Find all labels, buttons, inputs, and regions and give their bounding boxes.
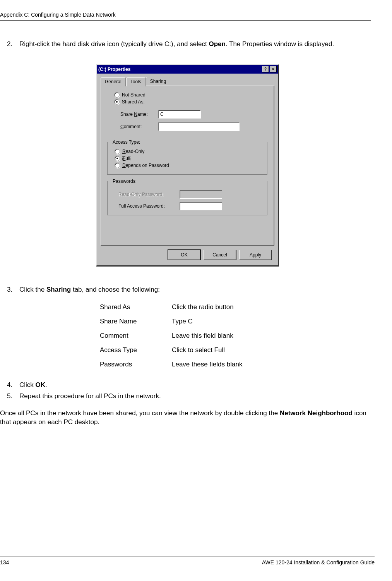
radio-full[interactable] (115, 156, 120, 161)
settings-table: Shared AsClick the radio button Share Na… (97, 300, 306, 372)
step-3-bold: Sharing (46, 286, 71, 293)
step-2-number: 2. (7, 40, 12, 49)
cancel-button[interactable]: Cancel (204, 250, 236, 260)
radio-readonly[interactable] (115, 149, 120, 154)
step-5-text: Repeat this procedure for all PCs in the… (19, 392, 161, 400)
comment-label: Comment: (120, 124, 156, 129)
radio-shared-as-label: Shared As: (122, 99, 145, 105)
page-header: Appendix C: Configuring a Simple Data Ne… (0, 12, 371, 21)
tab-general[interactable]: General (101, 77, 126, 86)
step-4-bold: OK (36, 381, 46, 388)
step-5: 5. Repeat this procedure for all PCs in … (7, 392, 375, 401)
table-row: Share NameType C (97, 315, 306, 329)
comment-input[interactable] (158, 122, 240, 131)
table-row: Shared AsClick the radio button (97, 300, 306, 314)
table-row: PasswordsLeave these fields blank (97, 358, 306, 372)
share-name-input[interactable]: C (158, 110, 201, 119)
tab-sharing[interactable]: Sharing (146, 77, 170, 86)
help-button[interactable]: ? (262, 66, 269, 72)
step-4-number: 4. (7, 381, 12, 390)
dialog-titlebar: (C:) Properties ? × (97, 65, 278, 74)
radio-readonly-label: Read-Only (122, 149, 144, 154)
sharing-panel: Not Shared Shared As: Share Name: C Comm… (101, 86, 274, 245)
access-type-legend: Access Type: (111, 139, 141, 145)
step-4-text-a: Click (19, 381, 36, 388)
full-password-label: Full Access Password: (118, 203, 176, 209)
readonly-password-label: Read-Only Password: (118, 192, 176, 197)
full-password-input[interactable] (180, 202, 222, 210)
page-number: 134 (0, 559, 9, 566)
radio-full-label: Full (122, 156, 130, 161)
table-row: CommentLeave this field blank (97, 329, 306, 343)
step-2-bold: Open (209, 40, 225, 48)
passwords-group: Passwords: Read-Only Password: Full Acce… (107, 179, 267, 215)
radio-depends[interactable] (115, 163, 120, 168)
ok-button[interactable]: OK (168, 250, 200, 260)
apply-button[interactable]: Apply (239, 250, 272, 260)
radio-not-shared-label: Not Shared (122, 92, 146, 98)
step-3: 3. Click the Sharing tab, and choose the… (7, 285, 375, 372)
step-2-text-c: . The Properties window is displayed. (226, 40, 334, 48)
guide-title: AWE 120-24 Installation & Configuration … (262, 559, 375, 566)
access-type-group: Access Type: Read-Only Full Depends on P… (107, 139, 267, 175)
step-4: 4. Click OK. (7, 381, 375, 390)
table-row: Access TypeClick to select Full (97, 343, 306, 358)
tab-tools[interactable]: Tools (126, 77, 146, 86)
close-button[interactable]: × (270, 66, 277, 72)
step-2-text-a: Right-click the hard disk drive icon (ty… (19, 40, 209, 48)
step-5-number: 5. (7, 392, 12, 401)
step-2: 2. Right-click the hard disk drive icon … (7, 40, 375, 49)
radio-depends-label: Depends on Password (122, 163, 169, 168)
step-3-number: 3. (7, 285, 12, 294)
post-paragraph: Once all PCs in the network have been sh… (0, 409, 375, 427)
radio-shared-as[interactable] (114, 99, 120, 105)
passwords-legend: Passwords: (111, 179, 138, 184)
page-footer: 134 AWE 120-24 Installation & Configurat… (0, 557, 375, 566)
step-3-text-c: tab, and choose the following: (71, 286, 160, 293)
dialog-title: (C:) Properties (98, 67, 130, 72)
step-3-text-a: Click the (19, 286, 46, 293)
readonly-password-input (180, 190, 222, 199)
share-name-label: Share Name: (120, 112, 156, 117)
radio-not-shared[interactable] (114, 92, 120, 98)
properties-dialog: (C:) Properties ? × General Tools Sharin… (96, 64, 279, 266)
step-4-text-c: . (45, 381, 47, 388)
